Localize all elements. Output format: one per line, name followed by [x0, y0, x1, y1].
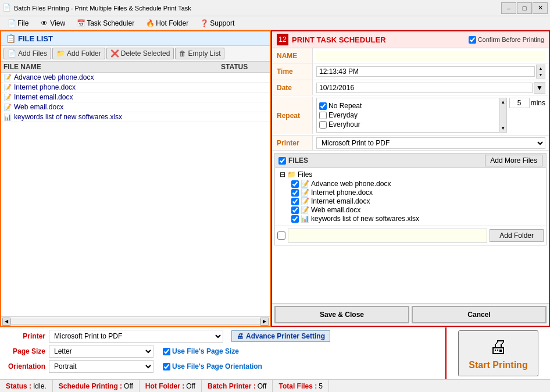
file-list-title: FILE LIST	[18, 34, 53, 43]
date-picker-button[interactable]: ▼	[534, 82, 545, 94]
scroll-left-arrow[interactable]: ◀	[2, 318, 10, 326]
list-item: 📊 keywords list of new softwares.xlsx	[280, 215, 541, 223]
tree-file-check-4[interactable]	[291, 215, 299, 223]
file-list-header: 📋 FILE LIST	[1, 31, 270, 46]
everyday-checkbox[interactable]	[319, 112, 327, 119]
minimize-button[interactable]: –	[501, 2, 516, 14]
delete-selected-button[interactable]: ❌ Delete Selected	[106, 48, 174, 59]
batch-printer-value: Off	[258, 382, 267, 390]
use-file-page-size-check: Use File's Page Size	[163, 347, 239, 355]
scroll-right-arrow[interactable]: ▶	[260, 318, 269, 326]
app-icon: 📄	[2, 3, 12, 13]
repeat-scroll-up[interactable]: ▲	[501, 99, 505, 105]
add-files-button[interactable]: 📄 Add Files	[3, 48, 51, 59]
time-input[interactable]	[316, 66, 535, 77]
table-row[interactable]: 📝 Internet email.docx	[1, 92, 270, 102]
folder-input-checkbox[interactable]	[277, 231, 285, 240]
confirm-before-printing-checkbox[interactable]	[469, 36, 476, 44]
time-spin-down[interactable]: ▼	[537, 72, 545, 78]
horizontal-scrollbar[interactable]: ◀ ▶	[1, 316, 270, 326]
table-row[interactable]: 📝 Internet phone.docx	[1, 83, 270, 92]
time-value: ▲ ▼	[313, 63, 549, 80]
maximize-button[interactable]: □	[517, 2, 532, 14]
page-size-label: Page Size	[5, 347, 45, 355]
empty-label: Empty List	[188, 49, 220, 58]
no-repeat-checkbox[interactable]	[319, 102, 327, 110]
name-input[interactable]	[316, 51, 545, 61]
status-label: Status :	[6, 382, 31, 390]
title-bar: 📄 Batch Files Printing - Print Multiple …	[0, 0, 550, 16]
mins-label: mins	[531, 99, 545, 107]
table-row[interactable]: 📝 Advance web phone.docx	[1, 73, 270, 83]
mins-input[interactable]	[509, 98, 530, 108]
total-files-label: Total Files :	[278, 382, 317, 390]
file-name-1: Internet phone.docx	[14, 83, 221, 91]
empty-list-button[interactable]: 🗑 Empty List	[175, 48, 224, 59]
use-file-orientation-checkbox[interactable]	[163, 363, 170, 370]
batch-printer-label: Batch Printer :	[208, 382, 256, 390]
tree-file-icon-0: 📝	[301, 180, 309, 188]
table-row[interactable]: 📝 Web email.docx	[1, 102, 270, 112]
close-button[interactable]: ✕	[533, 2, 548, 14]
files-checkbox[interactable]	[278, 157, 286, 165]
status-bar: Status : Idle. Schedule Printing : Off H…	[0, 379, 550, 392]
scheduler-title: PRINT TASK SCHEDULER	[292, 35, 469, 44]
everyhour-checkbox[interactable]	[319, 121, 327, 129]
total-files-value: 5	[319, 382, 323, 390]
bottom-printer-row: Printer Microsoft Print to PDF 🖨 Advance…	[5, 330, 440, 343]
tree-collapse-icon[interactable]: ⊟	[280, 170, 285, 179]
bottom-printer-select[interactable]: Microsoft Print to PDF	[49, 330, 223, 343]
printer-select[interactable]: Microsoft Print to PDF Adobe PDF Microso…	[316, 137, 545, 149]
repeat-scroll-down[interactable]: ▼	[501, 126, 505, 131]
start-printing-panel: 🖨 Start Printing	[445, 327, 550, 379]
status-column-header: STATUS	[221, 63, 267, 71]
time-spinner[interactable]: ▲ ▼	[536, 65, 545, 79]
menu-hot-folder[interactable]: 🔥 Hot Folder	[141, 17, 194, 29]
total-files-status-item: Total Files : 5	[273, 380, 328, 392]
menu-file[interactable]: 📄 File	[2, 17, 34, 29]
batch-printer-status-item: Batch Printer : Off	[202, 380, 273, 392]
tree-file-check-2[interactable]	[291, 198, 299, 205]
confirm-before-printing-label: Confirm Before Printing	[478, 36, 544, 43]
everyday-label: Everyday	[328, 111, 358, 119]
menu-view[interactable]: 👁 View	[35, 17, 70, 29]
use-file-page-size-checkbox[interactable]	[163, 348, 170, 355]
orientation-row: Orientation Portrait Landscape Use File'…	[5, 360, 440, 373]
advance-printer-button[interactable]: 🖨 Advance Printer Setting	[231, 330, 330, 342]
everyhour-item: Everyhour	[317, 120, 499, 129]
tree-file-check-0[interactable]	[291, 180, 299, 188]
page-size-select[interactable]: Letter A4 Legal	[49, 345, 153, 358]
tree-file-check-1[interactable]	[291, 189, 299, 197]
add-more-files-button[interactable]: Add More Files	[485, 155, 542, 166]
use-file-orientation-check: Use File's Page Orientation	[163, 362, 262, 370]
everyhour-label: Everyhour	[328, 120, 360, 129]
list-item: 📝 Internet email.docx	[280, 197, 541, 205]
time-spin-up[interactable]: ▲	[537, 65, 545, 72]
menu-support[interactable]: ❓ Support	[195, 17, 240, 29]
delete-label: Delete Selected	[121, 49, 170, 58]
date-input[interactable]	[316, 83, 533, 93]
name-row: NAME	[272, 48, 549, 63]
start-printing-icon: 🖨	[489, 336, 508, 358]
repeat-value: No Repeat Everyday Everyhour	[313, 97, 549, 134]
folder-path-input[interactable]	[288, 229, 487, 243]
use-file-page-size-label: Use File's Page Size	[172, 347, 239, 355]
add-folder-button[interactable]: 📁 Add Folder	[52, 48, 105, 59]
files-section: FILES Add More Files ⊟ 📁 Files 📝 Advance…	[274, 153, 547, 245]
list-item: 📝 Web email.docx	[280, 206, 541, 214]
add-folder-button[interactable]: Add Folder	[490, 229, 544, 242]
orientation-select[interactable]: Portrait Landscape	[49, 360, 153, 373]
scroll-track[interactable]	[10, 319, 260, 325]
file-list-icon: 📋	[6, 34, 16, 43]
start-printing-button[interactable]: 🖨 Start Printing	[458, 330, 538, 376]
tree-root: ⊟ 📁 Files	[280, 170, 541, 179]
tree-file-name-3: Web email.docx	[311, 206, 360, 214]
save-close-button[interactable]: Save & Close	[274, 306, 409, 323]
menu-task-scheduler[interactable]: 📅 Task Scheduler	[72, 17, 140, 29]
advance-printer-label: Advance Printer Setting	[246, 332, 325, 340]
tree-file-check-3[interactable]	[291, 206, 299, 214]
tree-file-name-1: Internet phone.docx	[311, 188, 373, 197]
cancel-button[interactable]: Cancel	[412, 306, 547, 323]
table-row[interactable]: 📊 keywords list of new softwares.xlsx	[1, 112, 270, 122]
advance-printer-icon: 🖨	[237, 332, 244, 340]
